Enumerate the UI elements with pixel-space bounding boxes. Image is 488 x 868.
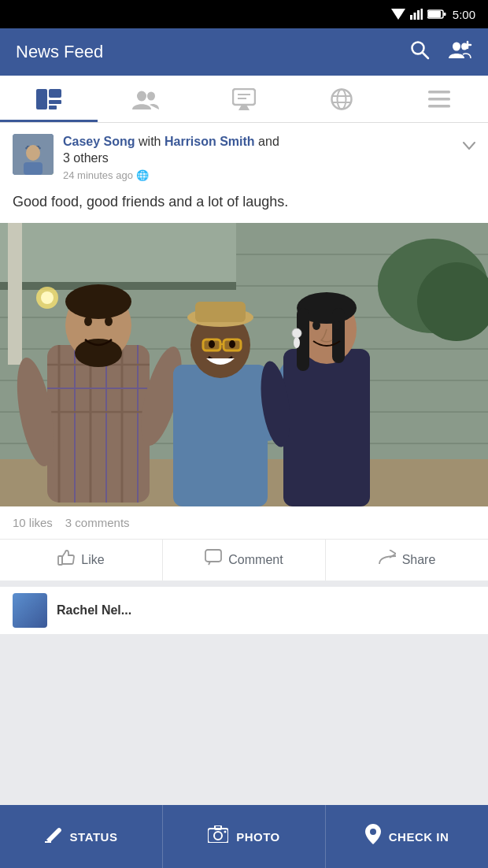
photo-label: PHOTO <box>236 830 280 844</box>
with-text: with <box>139 135 161 148</box>
svg-rect-72 <box>173 365 268 506</box>
partial-post-card: Rachel Nel... <box>0 587 488 634</box>
svg-rect-34 <box>24 162 43 175</box>
status-label: STATUS <box>70 830 118 844</box>
svg-rect-97 <box>45 841 51 843</box>
globe-icon <box>331 88 353 110</box>
svg-rect-75 <box>195 302 246 322</box>
svg-rect-1 <box>410 15 412 20</box>
avatar[interactable] <box>13 134 54 175</box>
svg-marker-0 <box>391 9 405 20</box>
svg-rect-4 <box>420 9 423 20</box>
svg-rect-16 <box>49 100 61 104</box>
svg-rect-29 <box>428 105 450 108</box>
likes-count: 10 likes <box>13 516 53 529</box>
tagged-friend[interactable]: Harrison Smith <box>165 135 255 148</box>
svg-rect-28 <box>428 98 450 101</box>
post-author: Casey Song with Harrison Smith and 3 oth… <box>63 134 453 167</box>
post-header: Casey Song with Harrison Smith and 3 oth… <box>0 123 488 189</box>
svg-rect-7 <box>443 13 445 16</box>
comment-icon <box>205 549 222 570</box>
status-time: 5:00 <box>453 8 475 21</box>
svg-point-18 <box>137 91 146 101</box>
svg-point-33 <box>26 145 40 161</box>
svg-rect-94 <box>58 556 62 565</box>
post-time: 24 minutes ago 🌐 <box>63 169 453 181</box>
svg-point-24 <box>338 89 346 109</box>
svg-rect-55 <box>47 345 150 503</box>
app-bar-icons <box>409 39 472 65</box>
avatar-image <box>13 134 54 175</box>
share-button[interactable]: Share <box>326 540 488 581</box>
svg-point-91 <box>312 321 320 330</box>
status-bar: 5:00 <box>0 0 488 28</box>
comment-label: Comment <box>228 553 283 567</box>
author-name[interactable]: Casey Song <box>63 135 135 148</box>
messages-icon <box>232 88 256 110</box>
checkin-icon <box>365 824 381 849</box>
svg-rect-88 <box>332 308 345 363</box>
svg-rect-95 <box>205 550 221 562</box>
svg-rect-6 <box>428 11 441 17</box>
tab-globe[interactable] <box>293 76 390 122</box>
globe-mini-icon: 🌐 <box>136 169 149 181</box>
svg-point-81 <box>209 340 215 348</box>
svg-point-92 <box>333 321 341 330</box>
svg-point-67 <box>75 339 122 367</box>
like-button[interactable]: Like <box>0 540 163 581</box>
checkin-label: CHECK IN <box>389 830 449 844</box>
status-action[interactable]: STATUS <box>0 805 163 868</box>
others-count: 3 others <box>63 151 109 165</box>
like-label: Like <box>81 553 104 567</box>
comments-count: 3 comments <box>65 516 130 529</box>
signal-icon <box>410 9 423 20</box>
post-image[interactable] <box>0 223 488 506</box>
svg-line-9 <box>423 52 429 58</box>
nav-tabs <box>0 76 488 123</box>
photo-icon <box>208 825 228 848</box>
status-icons <box>391 9 446 20</box>
svg-point-82 <box>229 340 235 348</box>
tab-menu[interactable] <box>390 76 488 122</box>
partial-avatar <box>13 593 47 628</box>
svg-rect-14 <box>36 89 47 109</box>
svg-rect-84 <box>283 349 370 506</box>
svg-point-19 <box>147 91 155 100</box>
comment-button[interactable]: Comment <box>163 540 326 581</box>
post-photo <box>0 223 488 506</box>
svg-rect-20 <box>233 89 255 105</box>
svg-point-23 <box>332 89 352 109</box>
svg-rect-15 <box>49 89 61 98</box>
svg-point-102 <box>370 829 376 835</box>
photo-action[interactable]: PHOTO <box>163 805 326 868</box>
svg-point-10 <box>453 42 460 50</box>
wifi-icon <box>391 9 405 20</box>
menu-icon <box>428 91 450 108</box>
friend-request-icon[interactable] <box>449 39 472 65</box>
chevron-down-icon[interactable] <box>463 137 475 154</box>
feed: Casey Song with Harrison Smith and 3 oth… <box>0 123 488 634</box>
post-actions: Like Comment Share <box>0 540 488 581</box>
svg-rect-17 <box>49 106 57 109</box>
svg-rect-45 <box>0 223 236 286</box>
svg-point-66 <box>65 284 131 319</box>
svg-point-69 <box>105 317 113 326</box>
tab-news-feed[interactable] <box>0 76 98 122</box>
and-text: and <box>258 135 279 148</box>
bottom-bar: STATUS PHOTO CHECK IN <box>0 805 488 868</box>
post-meta: Casey Song with Harrison Smith and 3 oth… <box>63 134 453 181</box>
news-feed-icon <box>36 89 61 109</box>
svg-point-89 <box>292 328 301 338</box>
svg-point-99 <box>214 832 222 840</box>
search-icon[interactable] <box>409 39 430 65</box>
battery-icon <box>427 9 446 19</box>
tab-messages[interactable] <box>195 76 293 122</box>
friends-icon <box>132 89 161 109</box>
svg-rect-2 <box>413 13 416 20</box>
svg-rect-3 <box>417 10 420 20</box>
checkin-action[interactable]: CHECK IN <box>326 805 488 868</box>
svg-rect-100 <box>215 825 221 829</box>
like-icon <box>57 549 75 570</box>
timestamp: 24 minutes ago <box>63 169 133 181</box>
tab-friends[interactable] <box>98 76 195 122</box>
